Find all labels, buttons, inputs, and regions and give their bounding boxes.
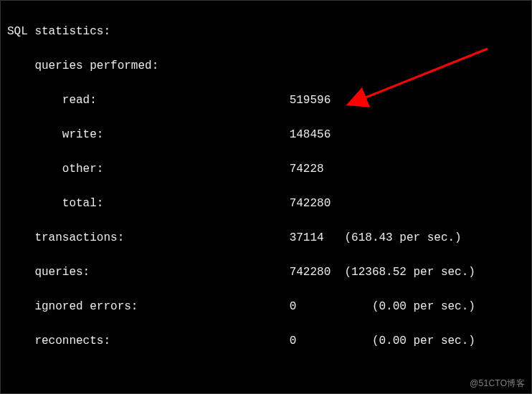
ignored-label: ignored errors: — [34, 298, 138, 315]
queries-value: 742280 — [290, 264, 338, 281]
queries-label: queries: — [34, 264, 90, 281]
write-label: write: — [62, 126, 104, 143]
other-value: 74228 — [290, 160, 338, 178]
ignored-rate: (0.00 per sec.) — [372, 298, 475, 315]
reconnects-label: reconnects: — [34, 332, 110, 350]
queries-rate: (12368.52 per sec.) — [344, 264, 475, 281]
transactions-rate: (618.43 per sec.) — [344, 229, 461, 246]
sql-heading: SQL statistics: — [7, 25, 110, 38]
transactions-value: 37114 — [290, 229, 338, 246]
write-value: 148456 — [290, 126, 338, 143]
other-label: other: — [62, 160, 104, 178]
reconnects-value: 0 — [290, 332, 338, 350]
read-value: 519596 — [290, 92, 338, 109]
total-label: total: — [62, 195, 104, 212]
transactions-label: transactions: — [34, 229, 124, 246]
watermark: @51CTO博客 — [470, 377, 525, 390]
ignored-value: 0 — [290, 298, 338, 315]
total-value: 742280 — [290, 195, 338, 212]
terminal-output: SQL statistics: queries performed: read:… — [0, 0, 532, 394]
read-label: read: — [62, 92, 97, 109]
queries-heading: queries performed: — [34, 57, 158, 75]
reconnects-rate: (0.00 per sec.) — [372, 332, 475, 350]
